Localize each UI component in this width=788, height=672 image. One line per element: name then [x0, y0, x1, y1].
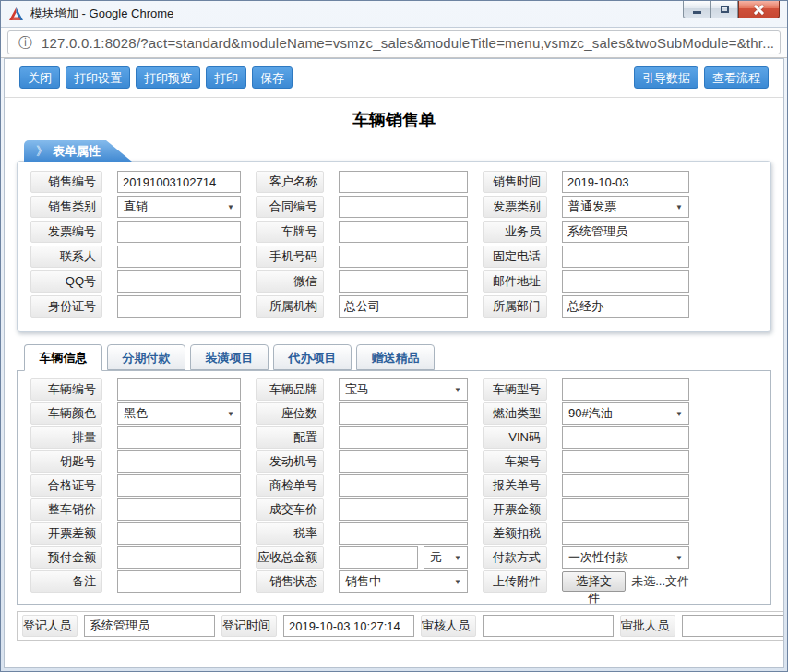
form-row: 销售类别直销▼合同编号发票类别普通发票▼ — [18, 196, 770, 218]
form-row: 登记人员登记时间审核人员审批人员 — [17, 611, 784, 641]
url-field[interactable]: ⓘ 127.0.0.1:8028/?act=standard&moduleNam… — [7, 30, 781, 54]
field-input[interactable] — [117, 546, 241, 569]
field-label: 固定电话 — [483, 246, 547, 268]
field-control: 销售中▼ — [339, 570, 468, 593]
field-input[interactable] — [339, 498, 468, 521]
amount-input[interactable] — [339, 546, 418, 569]
tab-installment-payment[interactable]: 分期付款 — [107, 344, 185, 370]
field-input[interactable] — [339, 221, 468, 243]
field-label: 钥匙号 — [30, 450, 102, 473]
field-select[interactable]: 普通发票▼ — [562, 196, 689, 218]
field-label: 车辆颜色 — [30, 402, 102, 425]
guide-data-button[interactable]: 引导数据 — [634, 66, 698, 89]
field-input[interactable] — [283, 615, 414, 637]
field-label: 排量 — [30, 426, 102, 449]
field-select[interactable]: 销售中▼ — [339, 570, 468, 593]
field-input[interactable] — [339, 522, 468, 545]
field-label: 销售时间 — [483, 171, 547, 193]
field-input[interactable] — [339, 246, 468, 268]
tab-gift-items[interactable]: 赠送精品 — [356, 344, 435, 370]
field-label: 手机号码 — [256, 246, 324, 268]
field-input[interactable] — [117, 295, 241, 318]
field-label: 上传附件 — [483, 570, 547, 593]
field-label: 车辆品牌 — [256, 378, 324, 401]
field-input[interactable] — [562, 246, 689, 268]
field-input[interactable] — [339, 295, 468, 318]
field-input[interactable] — [339, 426, 468, 449]
field-input[interactable] — [339, 402, 468, 425]
field-label: 车架号 — [483, 450, 547, 473]
field-input[interactable] — [117, 378, 241, 401]
field-input[interactable] — [339, 270, 468, 293]
view-process-button[interactable]: 查看流程 — [704, 66, 769, 89]
field-control — [339, 402, 468, 425]
field-label: 发动机号 — [256, 450, 324, 473]
field-input[interactable] — [117, 171, 241, 193]
field-input[interactable] — [562, 295, 689, 318]
field-input[interactable] — [117, 498, 241, 521]
chevron-down-icon: ▼ — [675, 554, 683, 562]
close-window-button[interactable] — [738, 1, 780, 18]
field-input[interactable] — [117, 426, 241, 449]
field-input[interactable] — [117, 450, 241, 473]
field-label: 报关单号 — [483, 474, 547, 497]
tab-agency-items[interactable]: 代办项目 — [273, 344, 352, 370]
maximize-button[interactable] — [710, 1, 738, 18]
field-input[interactable] — [562, 474, 689, 497]
field-select[interactable]: 黑色▼ — [117, 402, 241, 425]
field-input[interactable] — [339, 196, 468, 218]
tab-decoration-items[interactable]: 装潢项目 — [190, 344, 269, 370]
tab-vehicle-info[interactable]: 车辆信息 — [24, 344, 102, 371]
field-input[interactable] — [562, 270, 689, 293]
field-input[interactable] — [117, 522, 241, 545]
field-control — [339, 196, 468, 218]
field-select[interactable]: 一次性付款▼ — [562, 546, 689, 569]
field-input[interactable] — [562, 171, 689, 193]
registration-footer: 登记人员登记时间审核人员审批人员 — [5, 611, 783, 641]
select-value: 一次性付款 — [568, 549, 628, 566]
field-input[interactable] — [117, 221, 241, 243]
field-label: 登记人员 — [22, 615, 78, 637]
field-input[interactable] — [562, 450, 689, 473]
field-control — [117, 522, 241, 545]
field-label: 合格证号 — [30, 474, 102, 497]
close-button[interactable]: 关闭 — [19, 66, 60, 89]
field-input[interactable] — [117, 570, 241, 593]
field-control — [117, 378, 241, 401]
field-input[interactable] — [562, 522, 689, 545]
form-row: 发票编号车牌号业务员 — [18, 221, 770, 243]
field-label: 客户名称 — [256, 171, 324, 193]
field-select[interactable]: 90#汽油▼ — [562, 402, 689, 425]
field-select[interactable]: 宝马▼ — [339, 378, 468, 401]
field-input[interactable] — [117, 246, 241, 268]
field-control — [117, 426, 241, 449]
field-input[interactable] — [339, 474, 468, 497]
field-select[interactable]: 直销▼ — [117, 196, 241, 218]
field-label: 审核人员 — [421, 615, 476, 637]
print-preview-button[interactable]: 打印预览 — [136, 66, 200, 89]
field-control — [117, 221, 241, 243]
minimize-button[interactable] — [683, 1, 710, 18]
field-input[interactable] — [339, 171, 468, 193]
unit-select[interactable]: 元▼ — [424, 546, 468, 569]
field-input[interactable] — [117, 474, 241, 497]
field-input[interactable] — [84, 615, 215, 637]
field-input[interactable] — [562, 498, 689, 521]
save-button[interactable]: 保存 — [252, 66, 293, 89]
field-input[interactable] — [562, 221, 689, 243]
field-input[interactable] — [339, 450, 468, 473]
field-input[interactable] — [483, 615, 614, 637]
print-settings-button[interactable]: 打印设置 — [66, 66, 130, 89]
field-input[interactable] — [117, 270, 241, 293]
field-input[interactable] — [562, 426, 689, 449]
choose-file-button[interactable]: 选择文件 — [562, 571, 626, 592]
maximize-icon — [721, 6, 729, 13]
field-input[interactable] — [562, 378, 689, 401]
print-button[interactable]: 打印 — [206, 66, 246, 89]
chevron-down-icon: ▼ — [454, 554, 461, 562]
field-label: 车牌号 — [256, 221, 324, 243]
select-value: 宝马 — [345, 381, 369, 398]
field-control — [283, 615, 414, 637]
field-input[interactable] — [682, 615, 784, 637]
vehicle-info-rows: 车辆编号车辆品牌宝马▼车辆型号车辆颜色黑色▼座位数燃油类型90#汽油▼排量配置V… — [18, 378, 770, 593]
